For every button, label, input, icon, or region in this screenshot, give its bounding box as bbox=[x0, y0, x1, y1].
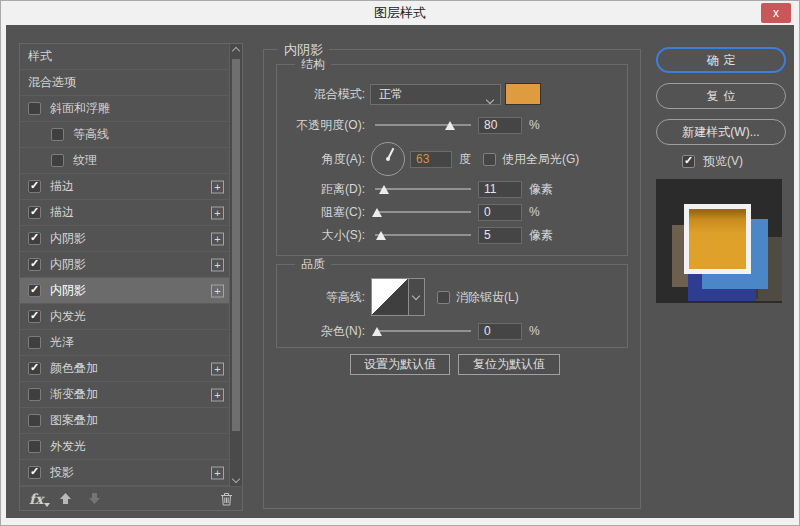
sidebar-item[interactable]: 纹理 bbox=[20, 148, 242, 174]
effect-checkbox[interactable] bbox=[51, 128, 64, 141]
blend-mode-row: 混合模式: 正常 bbox=[277, 83, 623, 105]
sidebar-item[interactable]: 图案叠加 bbox=[20, 408, 242, 434]
slider-thumb[interactable] bbox=[445, 121, 455, 130]
size-unit: 像素 bbox=[529, 227, 553, 244]
sidebar-item[interactable]: 混合选项 bbox=[20, 70, 242, 96]
sidebar-item[interactable]: 内阴影+ bbox=[20, 226, 242, 252]
sidebar-item[interactable]: 描边+ bbox=[20, 174, 242, 200]
use-global-light-checkbox[interactable] bbox=[483, 153, 496, 166]
effect-checkbox[interactable] bbox=[28, 180, 41, 193]
sidebar-item[interactable]: 内阴影+ bbox=[20, 278, 242, 304]
noise-row: 杂色(N): 0 % bbox=[277, 320, 623, 342]
effect-checkbox[interactable] bbox=[28, 440, 41, 453]
slider-track bbox=[375, 330, 471, 332]
dialog-title: 图层样式 bbox=[1, 1, 799, 25]
angle-label: 角度(A): bbox=[277, 151, 365, 168]
add-effect-button[interactable]: + bbox=[211, 388, 224, 401]
antialias-checkbox[interactable] bbox=[437, 291, 450, 304]
distance-label: 距离(D): bbox=[277, 181, 365, 198]
size-row: 大小(S): 5 像素 bbox=[277, 224, 623, 246]
sidebar-item-label: 斜面和浮雕 bbox=[50, 100, 110, 117]
slider-thumb[interactable] bbox=[376, 231, 386, 240]
shadow-color-swatch[interactable] bbox=[505, 83, 541, 105]
layer-style-dialog: 图层样式 x 样式混合选项斜面和浮雕等高线纹理描边+描边+内阴影+内阴影+内阴影… bbox=[0, 0, 800, 526]
sidebar-item-label: 投影 bbox=[50, 464, 74, 481]
contour-picker[interactable] bbox=[371, 278, 425, 316]
effect-checkbox[interactable] bbox=[28, 336, 41, 349]
slider-thumb[interactable] bbox=[372, 327, 382, 336]
distance-input[interactable]: 11 bbox=[478, 181, 522, 198]
angle-dial[interactable] bbox=[371, 142, 405, 176]
sidebar-item[interactable]: 等高线 bbox=[20, 122, 242, 148]
size-input[interactable]: 5 bbox=[478, 227, 522, 244]
scrollbar-thumb[interactable] bbox=[232, 59, 240, 431]
preview-checkbox[interactable] bbox=[682, 155, 695, 168]
effect-checkbox[interactable] bbox=[28, 362, 41, 375]
contour-dropdown-button[interactable] bbox=[408, 279, 424, 315]
choke-slider[interactable] bbox=[375, 205, 471, 219]
set-default-button[interactable]: 设置为默认值 bbox=[350, 354, 450, 375]
ok-button[interactable]: 确定 bbox=[656, 47, 786, 73]
add-effect-button[interactable]: + bbox=[211, 362, 224, 375]
sidebar-item-label: 等高线 bbox=[73, 126, 109, 143]
reset-default-button[interactable]: 复位为默认值 bbox=[458, 354, 560, 375]
opacity-input[interactable]: 80 bbox=[478, 117, 522, 134]
effect-checkbox[interactable] bbox=[28, 232, 41, 245]
add-effect-button[interactable]: + bbox=[211, 258, 224, 271]
sidebar-item[interactable]: 渐变叠加+ bbox=[20, 382, 242, 408]
sidebar-item[interactable]: 外发光 bbox=[20, 434, 242, 460]
sidebar-item[interactable]: 样式 bbox=[20, 44, 242, 70]
antialias-label: 消除锯齿(L) bbox=[456, 289, 519, 306]
move-effect-down-button[interactable] bbox=[88, 492, 101, 505]
sidebar-item[interactable]: 内发光 bbox=[20, 304, 242, 330]
arrow-down-icon bbox=[88, 492, 101, 505]
angle-unit: 度 bbox=[459, 151, 471, 168]
fx-menu-button[interactable]: fx bbox=[29, 491, 43, 507]
slider-thumb[interactable] bbox=[379, 185, 389, 194]
add-effect-button[interactable]: + bbox=[211, 180, 224, 193]
effect-checkbox[interactable] bbox=[28, 388, 41, 401]
contour-thumbnail[interactable] bbox=[372, 279, 408, 315]
effect-checkbox[interactable] bbox=[28, 102, 41, 115]
effect-checkbox[interactable] bbox=[51, 154, 64, 167]
distance-slider[interactable] bbox=[375, 182, 471, 196]
close-button[interactable]: x bbox=[761, 3, 791, 23]
opacity-slider[interactable] bbox=[375, 118, 471, 132]
sidebar-item[interactable]: 内阴影+ bbox=[20, 252, 242, 278]
new-style-button[interactable]: 新建样式(W)... bbox=[656, 119, 786, 145]
sidebar-item[interactable]: 光泽 bbox=[20, 330, 242, 356]
sidebar-item[interactable]: 斜面和浮雕 bbox=[20, 96, 242, 122]
move-effect-up-button[interactable] bbox=[59, 492, 72, 505]
size-slider[interactable] bbox=[375, 228, 471, 242]
choke-label: 阻塞(C): bbox=[277, 204, 365, 221]
blend-mode-select[interactable]: 正常 bbox=[370, 84, 501, 105]
angle-input[interactable]: 63 bbox=[410, 151, 452, 168]
effect-checkbox[interactable] bbox=[28, 258, 41, 271]
scroll-down-icon[interactable] bbox=[232, 475, 240, 483]
noise-label: 杂色(N): bbox=[277, 323, 365, 340]
slider-thumb[interactable] bbox=[372, 208, 382, 217]
structure-legend: 结构 bbox=[295, 56, 331, 73]
effect-checkbox[interactable] bbox=[28, 310, 41, 323]
noise-input[interactable]: 0 bbox=[478, 323, 522, 340]
effect-checkbox[interactable] bbox=[28, 284, 41, 297]
reset-button[interactable]: 复位 bbox=[656, 83, 786, 109]
add-effect-button[interactable]: + bbox=[211, 206, 224, 219]
sidebar-item[interactable]: 颜色叠加+ bbox=[20, 356, 242, 382]
choke-input[interactable]: 0 bbox=[478, 204, 522, 221]
sidebar-item-label: 内阴影 bbox=[50, 256, 86, 273]
effect-checkbox[interactable] bbox=[28, 206, 41, 219]
effect-checkbox[interactable] bbox=[28, 414, 41, 427]
sidebar-item[interactable]: 投影+ bbox=[20, 460, 242, 486]
titlebar[interactable]: 图层样式 x bbox=[1, 1, 799, 25]
effect-checkbox[interactable] bbox=[28, 466, 41, 479]
add-effect-button[interactable]: + bbox=[211, 284, 224, 297]
noise-slider[interactable] bbox=[375, 324, 471, 338]
distance-row: 距离(D): 11 像素 bbox=[277, 178, 623, 200]
scroll-up-icon[interactable] bbox=[232, 47, 240, 55]
add-effect-button[interactable]: + bbox=[211, 466, 224, 479]
sidebar-scrollbar[interactable] bbox=[229, 44, 242, 486]
sidebar-item[interactable]: 描边+ bbox=[20, 200, 242, 226]
add-effect-button[interactable]: + bbox=[211, 232, 224, 245]
delete-effect-button[interactable] bbox=[220, 492, 233, 506]
